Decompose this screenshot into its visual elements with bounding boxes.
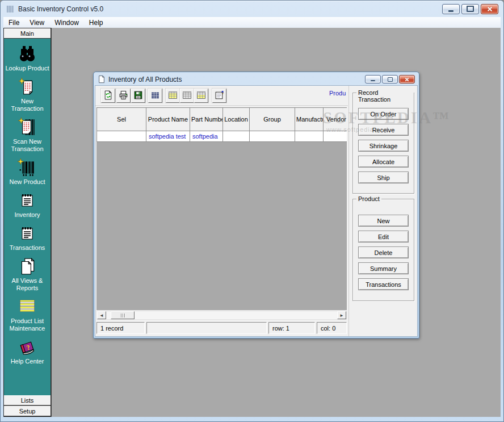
horizontal-scrollbar[interactable]: ◄ ► bbox=[96, 311, 347, 320]
product-group-title: Product bbox=[356, 195, 381, 202]
transaction-button[interactable]: Receive bbox=[358, 124, 409, 136]
columns-button[interactable] bbox=[148, 89, 162, 103]
sidebar-item[interactable]: All Views & Reports bbox=[4, 257, 51, 292]
maximize-icon bbox=[467, 6, 474, 12]
sidebar-item[interactable]: Lookup Product bbox=[4, 44, 51, 72]
toolbar bbox=[95, 86, 348, 106]
binoculars-icon bbox=[18, 44, 37, 64]
maximize-icon bbox=[388, 77, 393, 82]
status-row: row: 1 bbox=[268, 322, 315, 334]
table-cell[interactable] bbox=[223, 131, 250, 142]
transaction-button[interactable]: Shrinkage bbox=[358, 140, 409, 152]
sidebar-item[interactable]: Scan New Transaction bbox=[4, 118, 51, 153]
app-barcode-icon bbox=[6, 5, 15, 14]
product-group: Product NewEditDeleteSummaryTransactions bbox=[352, 199, 414, 301]
minimize-icon bbox=[448, 10, 453, 12]
column-header[interactable]: Product Name bbox=[146, 108, 190, 131]
close-button[interactable] bbox=[481, 4, 498, 14]
striped-list-icon bbox=[18, 297, 37, 316]
table-cell[interactable]: softpedia bbox=[190, 131, 223, 142]
columns-icon bbox=[150, 90, 160, 102]
minimize-button[interactable] bbox=[442, 4, 460, 14]
product-button[interactable]: Edit bbox=[358, 231, 409, 243]
inventory-window-client: Produ SelProduct NamePart NumberLocation… bbox=[95, 85, 418, 337]
grid-all-icon bbox=[168, 90, 178, 102]
table-row[interactable]: softpedia testsoftpedia bbox=[97, 131, 347, 142]
sidebar-tab[interactable]: Lists bbox=[4, 395, 51, 406]
column-header[interactable]: Group bbox=[250, 108, 295, 131]
sidebar-items: Lookup Product New Transaction Scan New … bbox=[4, 39, 51, 395]
scrollbar-thumb[interactable] bbox=[111, 311, 135, 319]
scroll-right-button[interactable]: ► bbox=[337, 311, 346, 319]
sidebar-item[interactable]: Transactions bbox=[4, 224, 51, 252]
sidebar-tab-main[interactable]: Main bbox=[4, 28, 51, 39]
content-area: Main Lookup Product New Transaction bbox=[3, 28, 501, 417]
grid-rows-button[interactable] bbox=[194, 89, 208, 103]
scroll-left-button[interactable]: ◄ bbox=[97, 311, 106, 319]
notepad-icon bbox=[18, 191, 36, 210]
close-icon bbox=[487, 6, 493, 12]
receipt-new-icon bbox=[18, 77, 37, 97]
status-bar: 1 record row: 1 col: 0 bbox=[96, 322, 347, 334]
documents-icon bbox=[18, 257, 37, 276]
refresh-button[interactable] bbox=[101, 89, 115, 103]
column-header[interactable]: Location bbox=[223, 108, 250, 131]
sidebar-tab[interactable]: Setup bbox=[4, 406, 51, 416]
receipt-scan-icon bbox=[18, 118, 37, 137]
menu-bar: FileViewWindowHelp bbox=[3, 17, 501, 28]
maximize-button[interactable] bbox=[461, 4, 479, 14]
print-button[interactable] bbox=[116, 89, 131, 103]
form-edit-icon bbox=[215, 90, 224, 102]
table-viewport: SelProduct NamePart NumberLocationGroupM… bbox=[96, 107, 347, 310]
menu-item[interactable]: Help bbox=[84, 18, 108, 28]
grid-rows-icon bbox=[196, 90, 206, 102]
column-header[interactable]: Manufacturer bbox=[295, 108, 324, 131]
document-icon bbox=[98, 75, 106, 83]
inner-maximize-button[interactable] bbox=[382, 75, 398, 83]
sidebar-item[interactable]: ? Help Center bbox=[4, 337, 51, 365]
inner-minimize-button[interactable] bbox=[365, 75, 381, 83]
help-book-icon: ? bbox=[18, 337, 37, 357]
product-button[interactable]: Summary bbox=[358, 262, 409, 274]
inventory-window-titlebar[interactable]: Inventory of All Products bbox=[95, 73, 418, 85]
app-window: Basic Inventory Control v5.0 FileViewWin… bbox=[0, 0, 504, 422]
product-link-label[interactable]: Produ bbox=[329, 90, 347, 97]
product-button[interactable]: New bbox=[358, 215, 409, 227]
sidebar-item[interactable]: Product List Maintenance bbox=[4, 297, 51, 332]
inventory-window: Inventory of All Products Produ bbox=[93, 72, 419, 339]
inner-close-button[interactable] bbox=[399, 75, 415, 83]
product-button[interactable]: Delete bbox=[358, 246, 409, 258]
grid-plain-button[interactable] bbox=[180, 89, 194, 103]
right-panel: Record Transaction On OrderReceiveShrink… bbox=[348, 86, 417, 337]
transaction-button[interactable]: On Order bbox=[358, 108, 409, 120]
barcode-new-icon bbox=[18, 158, 37, 177]
column-header[interactable]: Sel bbox=[97, 108, 146, 131]
grid-plain-icon bbox=[182, 90, 192, 102]
form-edit-button[interactable] bbox=[212, 89, 226, 103]
save-icon bbox=[133, 90, 143, 102]
title-bar[interactable]: Basic Inventory Control v5.0 bbox=[1, 1, 503, 17]
table-cell[interactable] bbox=[97, 131, 146, 142]
sidebar-item[interactable]: New Transaction bbox=[4, 77, 51, 112]
menu-item[interactable]: View bbox=[24, 18, 49, 28]
table-cell[interactable] bbox=[250, 131, 295, 142]
menu-item[interactable]: File bbox=[3, 18, 24, 28]
transaction-button[interactable]: Allocate bbox=[358, 156, 409, 168]
sidebar-item[interactable]: Inventory bbox=[4, 191, 51, 219]
column-header[interactable]: Part Number bbox=[190, 108, 223, 131]
record-transaction-title: Record Transaction bbox=[356, 89, 414, 103]
menu-item[interactable]: Window bbox=[49, 18, 84, 28]
sidebar-item[interactable]: New Product bbox=[4, 158, 51, 186]
grid-all-button[interactable] bbox=[166, 89, 180, 103]
header-row: SelProduct NamePart NumberLocationGroupM… bbox=[97, 108, 347, 131]
print-icon bbox=[119, 90, 128, 102]
table-cell[interactable] bbox=[324, 131, 347, 142]
table-cell[interactable] bbox=[295, 131, 324, 142]
product-button[interactable]: Transactions bbox=[358, 278, 409, 290]
column-header[interactable]: Vendor bbox=[324, 108, 347, 131]
table-cell[interactable]: softpedia test bbox=[146, 131, 190, 142]
save-button[interactable] bbox=[131, 89, 145, 103]
transaction-button[interactable]: Ship bbox=[358, 172, 409, 183]
sidebar: Main Lookup Product New Transaction bbox=[3, 28, 51, 417]
sidebar-bottom-tabs: ListsSetup bbox=[4, 395, 51, 416]
